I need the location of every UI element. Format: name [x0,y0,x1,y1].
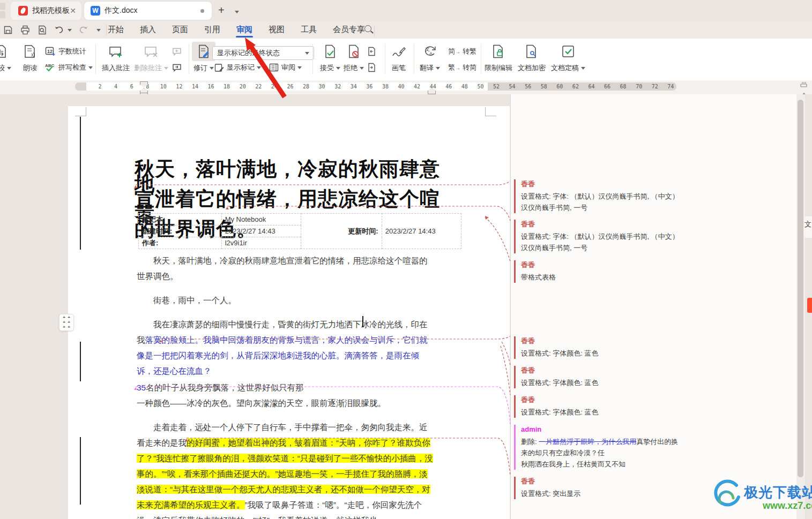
finalize-button[interactable]: 文档定稿 [551,42,585,73]
comment-author: 香香 [521,179,684,189]
comment-card[interactable]: 香香 设置格式: 字体: （默认）汉仪尚巍手书简, （中文）汉仪尚巍手书简, 一… [514,220,684,253]
review-pane-icon [269,63,279,72]
side-panel-tab[interactable]: 文 [804,216,812,238]
redo-icon[interactable] [77,24,89,36]
compare-button[interactable]: 比较 [0,42,16,73]
print-preview-icon[interactable] [36,24,48,36]
ruler-number: 50 [477,84,483,89]
divider [95,44,96,74]
menu-insert[interactable]: 插入 [132,21,164,39]
text-run: 名的叶子从我身旁飘落，这世界好似只有那 一种颜色——冰冷的灰色。望向灰濛濛的天空… [137,383,386,408]
drag-handle[interactable]: ++++++ [59,314,74,331]
ruler-toggle-icon[interactable] [800,81,808,87]
comment-text: 设置格式: 字体颜色: 蓝色 [521,348,684,359]
comment-card[interactable]: 香香 设置格式: 突出显示 [514,477,684,499]
restrict-edit-button[interactable]: 限制编辑 [483,42,513,73]
ruler-number: 64 [588,84,594,89]
menu-page[interactable]: 页面 [164,21,196,39]
comment-author: admin [521,425,684,434]
insert-comment-button[interactable]: 插入批注 [101,42,131,73]
show-markup-button[interactable]: 显示标记 [214,61,261,74]
ruler-number: 72 [652,84,658,89]
tab-list-dropdown-icon[interactable] [233,7,239,17]
close-icon[interactable]: ✕ [70,6,76,15]
text-run: 设置格式: 字体: （默认）汉仪尚巍手书简, （中文）汉仪尚巍手书简, 一号 [521,232,679,252]
comment-text: 设置格式: 突出显示 [521,488,684,499]
ruler-number: 12 [176,84,182,89]
text-run: 设置格式: 字体: （默认）汉仪尚巍手书简, （中文）汉仪尚巍手书简, 一号 [521,192,679,212]
next-change-button[interactable] [367,61,376,74]
undo-icon[interactable] [54,24,65,36]
vertical-scrollbar[interactable] [796,94,805,519]
spell-check-button[interactable]: ABC 拼写检查 [45,61,93,74]
comment-card[interactable]: 香香 带格式表格 [514,260,684,283]
search-icon[interactable] [364,25,371,32]
comment-card[interactable]: 香香 设置格式: 字体颜色: 蓝色 [514,366,684,388]
tab-document[interactable]: W 作文.docx [84,2,212,20]
menu-view[interactable]: 视图 [260,21,293,39]
delete-comment-button[interactable]: 删除批注 [134,42,168,73]
menu-home[interactable]: 开始 [100,21,132,39]
comment-author: 香香 [521,336,684,346]
translate-button[interactable]: 文A 翻译 [416,42,444,73]
comment-card[interactable]: admin 删除: 一片黯然浮于眼眸，为什么我用真挚付出的换来的却只有空虚和冷漠… [514,425,684,470]
to-simplified-button[interactable]: 繁 → 转简 [448,61,476,74]
ruler-number: 32 [334,84,341,89]
markup-state-select[interactable]: 显示标记的最终状态 [212,46,314,60]
word-count-button[interactable]: 12 字数统计 [45,45,86,58]
updated-label: 更新时间: [301,214,382,249]
ruler-number: 60 [556,84,563,89]
save-icon[interactable] [2,24,14,36]
review-pane-button[interactable]: 审阅 [269,61,302,74]
text-run: 设置格式: 字体颜色: 蓝色 [521,379,598,387]
comment-card[interactable]: 香香 设置格式: 字体: （默认）汉仪尚巍手书简, （中文）汉仪尚巍手书简, 一… [514,179,684,213]
text-run: 带格式表格 [521,273,556,281]
encrypt-button[interactable]: 文档加密 [517,42,547,73]
prev-change-button[interactable] [367,45,376,58]
text-run: 的好闺蜜，她望着出神的我，皱着眉道：“天呐，你咋了？谁欺负你了？”我连忙擦了擦眼… [137,438,433,509]
scrollbar-thumb[interactable] [798,100,803,477]
new-tab-button[interactable]: + [218,4,225,17]
text-run: 设置格式: 字体颜色: 蓝色 [521,349,598,357]
svg-text:ABC: ABC [45,63,55,68]
note-meta-table[interactable]: 笔记本: My Notebook 更新时间: 2023/2/27 14:43 创… [138,213,461,249]
comment-text: 带格式表格 [521,272,684,283]
next-comment-button[interactable] [172,61,182,74]
horizontal-ruler[interactable]: 2468101214161820222426283032343638404244… [0,80,812,94]
created-value: 2023/2/27 14:43 [221,225,301,237]
divider [374,26,375,37]
paragraph: 走着走着，远处一个人停下了自行车，手中撑着一把伞，匆匆向我走来。近看走来的是我的… [137,419,433,519]
ruler-number: 22 [255,84,262,89]
reject-button[interactable]: 拒绝 [341,42,367,73]
prev-comment-icon [172,47,182,56]
print-icon[interactable] [19,24,31,36]
undo-dropdown-icon[interactable] [68,29,72,34]
menu-items: 开始 插入 页面 引用 审阅 视图 工具 会员专享 [100,21,379,39]
paragraph: 35名的叶子从我身旁飘落，这世界好似只有那 一种颜色——冰冷的灰色。望向灰濛濛的… [137,380,433,411]
finalize-icon [551,42,585,61]
menu-reference[interactable]: 引用 [196,21,228,39]
tab-docer-templates[interactable]: 找稻壳模板 ✕ [11,2,81,20]
docer-logo-icon [18,6,28,16]
comment-text: 设置格式: 字体: （默认）汉仪尚巍手书简, （中文）汉仪尚巍手书简, 一号 [521,231,684,253]
essay-body[interactable]: 秋天，落叶满地，冷寂的秋雨肆意地宣泄着它的情绪，用悲凉给这个喧嚣的世界调色。 街… [137,253,433,519]
ruler-number: 28 [303,84,309,89]
document-page[interactable]: 秋天，落叶满地，冷寂的秋雨肆意地 宣泄着它的情绪，用悲凉给这个喧嚣 的世界调色。… [68,106,510,519]
ink-button[interactable]: 画笔 [384,42,414,73]
comment-author: 香香 [521,220,684,229]
ruler-number: 16 [208,84,214,89]
prev-comment-button[interactable] [172,45,182,58]
menu-review[interactable]: 审阅 [228,21,260,39]
side-panel-badge[interactable] [807,298,812,313]
comment-card[interactable]: 香香 设置格式: 字体颜色: 蓝色 [514,336,684,359]
watermark-logo-icon [712,479,743,510]
tab-title: 找稻壳模板 [32,6,70,16]
comment-card[interactable]: 香香 设置格式: 字体颜色: 蓝色 [514,395,684,418]
window-controls[interactable] [0,3,6,19]
ruler-number: 48 [461,84,468,89]
accept-button[interactable]: 接受 [317,42,343,73]
to-traditional-button[interactable]: 简 → 转繁 [448,45,476,58]
read-aloud-button[interactable]: 朗读 [15,42,45,73]
menu-tools[interactable]: 工具 [293,21,325,39]
next-comment-icon [172,63,182,72]
